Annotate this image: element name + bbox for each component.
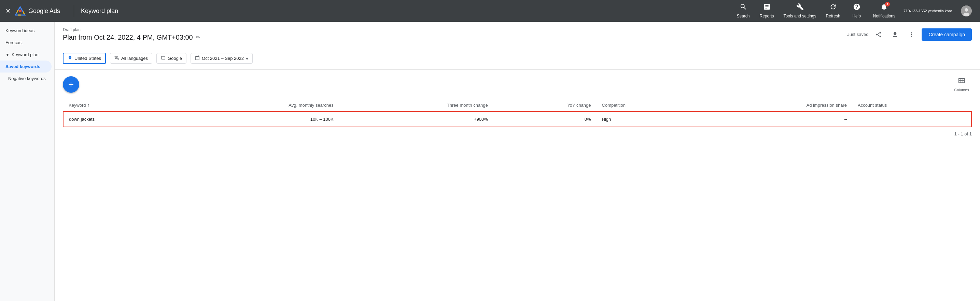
table-toolbar: + Columns: [63, 70, 972, 99]
chevron-down-icon: ▾: [246, 56, 248, 61]
col-header-yoy: YoY change: [493, 99, 597, 112]
chevron-down-icon: ▼: [5, 52, 10, 57]
table-row[interactable]: down jackets 10K – 100K +900% 0% High –: [63, 112, 972, 127]
reports-nav-button[interactable]: Reports: [756, 0, 778, 21]
main-content: Draft plan Plan from Oct 24, 2022, 4 PM,…: [55, 22, 980, 301]
network-filter[interactable]: Google: [156, 53, 186, 64]
table-header-row: Keyword ↑ Avg. monthly searches Three mo…: [63, 99, 972, 112]
col-header-account-status: Account status: [852, 99, 972, 112]
sidebar-item-label: Negative keywords: [8, 76, 46, 81]
plan-header: Draft plan Plan from Oct 24, 2022, 4 PM,…: [55, 22, 980, 47]
top-nav: ✕ Google Ads Keyword plan Search Reports: [0, 0, 980, 22]
plan-title: Plan from Oct 24, 2022, 4 PM, GMT+03:00 …: [63, 34, 200, 42]
filters-bar: United States All languages Google Oct 2…: [55, 47, 980, 70]
columns-button[interactable]: Columns: [952, 74, 972, 95]
user-account-button[interactable]: 710-133-1652 yevheniia.khromova@serankin…: [901, 4, 975, 18]
nav-logo: Google Ads: [15, 5, 60, 16]
language-label: All languages: [121, 56, 148, 61]
user-email: 710-133-1652 yevheniia.khromova@serankin…: [904, 8, 958, 13]
notification-badge: 1: [885, 2, 890, 6]
sidebar-item-forecast[interactable]: Forecast: [0, 37, 52, 48]
nav-page-title: Keyword plan: [81, 8, 118, 15]
plan-header-left: Draft plan Plan from Oct 24, 2022, 4 PM,…: [63, 27, 200, 42]
columns-icon: [958, 77, 966, 86]
columns-label: Columns: [955, 88, 969, 92]
location-icon: [68, 55, 72, 61]
draft-label: Draft plan: [63, 27, 200, 32]
sidebar-item-keyword-ideas[interactable]: Keyword ideas: [0, 25, 52, 37]
col-header-three-month: Three month change: [339, 99, 493, 112]
saved-status: Just saved: [847, 32, 868, 37]
plan-title-text: Plan from Oct 24, 2022, 4 PM, GMT+03:00: [63, 34, 193, 42]
notifications-nav-label: Notifications: [873, 14, 895, 18]
avatar: [961, 5, 972, 16]
refresh-nav-button[interactable]: Refresh: [822, 0, 845, 21]
download-button[interactable]: [889, 29, 901, 41]
tools-nav-label: Tools and settings: [784, 14, 816, 18]
location-filter[interactable]: United States: [63, 53, 106, 64]
search-nav-button[interactable]: Search: [732, 0, 754, 21]
plan-header-right: Just saved Create campaign: [847, 29, 972, 41]
table-area: + Columns Keyword ↑: [55, 70, 980, 141]
notifications-nav-button[interactable]: 1 Notifications: [869, 0, 899, 21]
google-ads-logo-icon: [15, 5, 25, 16]
svg-point-2: [19, 10, 22, 12]
help-icon: [853, 3, 861, 12]
cell-account-status: [852, 112, 972, 127]
nav-divider: [74, 5, 74, 17]
col-header-ad-impression: Ad impression share: [699, 99, 852, 112]
help-nav-button[interactable]: Help: [846, 0, 868, 21]
sidebar-item-keyword-plan[interactable]: ▼ Keyword plan: [0, 48, 52, 61]
app-body: Keyword ideas Forecast ▼ Keyword plan Sa…: [0, 22, 980, 301]
date-filter[interactable]: Oct 2021 – Sep 2022 ▾: [191, 53, 253, 64]
language-icon: [115, 55, 119, 61]
svg-point-4: [965, 8, 968, 12]
add-keyword-button[interactable]: +: [63, 76, 79, 93]
col-header-keyword: Keyword ↑: [63, 99, 173, 112]
search-nav-label: Search: [737, 14, 749, 18]
nav-actions: Search Reports Tools and settings Refres…: [732, 0, 975, 21]
cell-yoy: 0%: [493, 112, 597, 127]
col-header-avg-monthly: Avg. monthly searches: [173, 99, 339, 112]
sort-icon: ↑: [88, 102, 90, 108]
network-label: Google: [168, 56, 182, 61]
reports-icon: [763, 3, 771, 12]
edit-icon[interactable]: ✏: [196, 34, 200, 41]
sidebar-item-label: Keyword plan: [12, 52, 38, 57]
refresh-nav-label: Refresh: [826, 14, 840, 18]
search-icon: [740, 3, 747, 12]
more-options-button[interactable]: [905, 29, 918, 41]
close-button[interactable]: ✕: [5, 7, 11, 15]
create-campaign-button[interactable]: Create campaign: [922, 29, 972, 41]
calendar-icon: [195, 55, 200, 61]
sidebar: Keyword ideas Forecast ▼ Keyword plan Sa…: [0, 22, 55, 301]
cell-competition: High: [597, 112, 700, 127]
language-filter[interactable]: All languages: [110, 53, 152, 64]
refresh-icon: [829, 3, 837, 12]
nav-logo-text: Google Ads: [28, 8, 60, 15]
sidebar-item-label: Saved keywords: [5, 64, 40, 69]
sidebar-item-saved-keywords[interactable]: Saved keywords: [0, 61, 52, 72]
notifications-icon: 1: [880, 3, 888, 12]
cell-avg-monthly: 10K – 100K: [173, 112, 339, 127]
sidebar-item-label: Forecast: [5, 40, 23, 45]
reports-nav-label: Reports: [760, 14, 774, 18]
help-nav-label: Help: [852, 14, 861, 18]
col-header-competition: Competition: [597, 99, 700, 112]
cell-three-month: +900%: [339, 112, 493, 127]
sidebar-item-negative-keywords[interactable]: Negative keywords: [0, 72, 52, 85]
tools-icon: [796, 3, 804, 12]
cell-keyword: down jackets: [63, 112, 173, 127]
pagination: 1 - 1 of 1: [63, 127, 972, 141]
location-label: United States: [75, 56, 101, 61]
sidebar-item-label: Keyword ideas: [5, 28, 35, 33]
tools-nav-button[interactable]: Tools and settings: [780, 0, 821, 21]
network-icon: [161, 55, 165, 61]
share-button[interactable]: [872, 29, 885, 41]
keywords-table: Keyword ↑ Avg. monthly searches Three mo…: [63, 99, 972, 127]
cell-ad-impression: –: [699, 112, 852, 127]
date-range-label: Oct 2021 – Sep 2022: [202, 56, 244, 61]
